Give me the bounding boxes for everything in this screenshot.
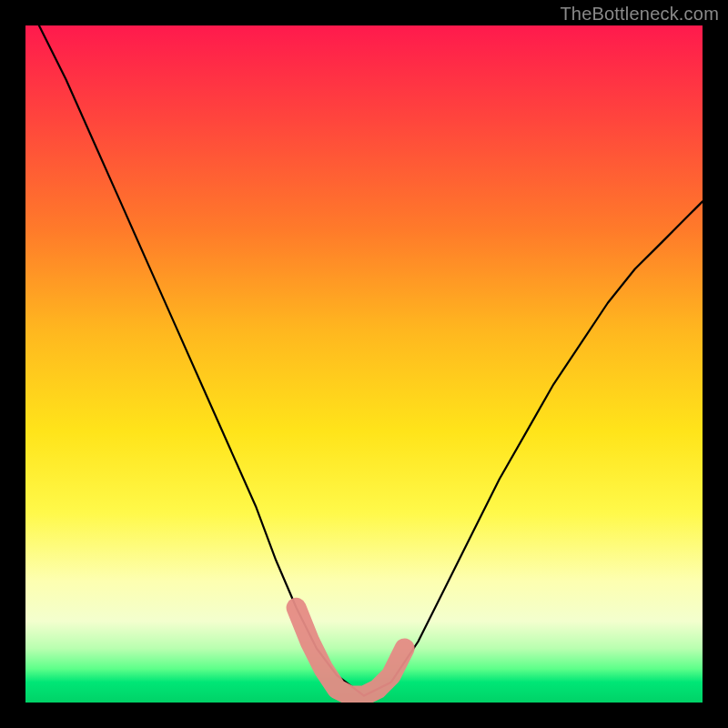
- bottleneck-curve-path: [39, 25, 703, 696]
- chart-frame: TheBottleneck.com: [0, 0, 728, 728]
- plot-area: [25, 25, 703, 703]
- watermark-text: TheBottleneck.com: [560, 4, 719, 25]
- curve-layer: [25, 25, 703, 703]
- sweet-spot-highlight: [297, 608, 405, 696]
